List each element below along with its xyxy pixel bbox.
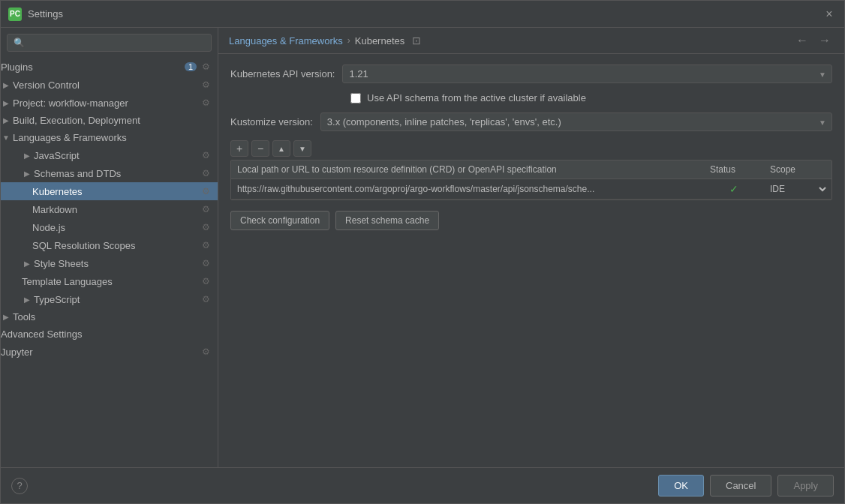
title-bar: PC Settings × (1, 1, 844, 28)
api-version-dropdown-wrapper: 1.21 ▼ (342, 64, 832, 83)
expand-arrow: ▶ (1, 80, 11, 90)
sidebar-item-label: TypeScript (34, 294, 200, 305)
apply-button[interactable]: Apply (777, 475, 834, 496)
table-row[interactable]: https://raw.githubusercontent.com/argopr… (231, 179, 831, 200)
dialog-body: Plugins 1 ⚙ ▶ Version Control ⚙ ▶ Projec… (1, 28, 844, 467)
sidebar-item-label: SQL Resolution Scopes (32, 240, 200, 251)
kustomize-dropdown[interactable]: 3.x (components, inline patches, 'replic… (320, 112, 832, 131)
sidebar-item-nodejs[interactable]: Node.js ⚙ (1, 218, 218, 236)
search-input[interactable] (7, 34, 212, 52)
sidebar-item-version-control[interactable]: ▶ Version Control ⚙ (1, 76, 218, 94)
gear-icon: ⚙ (200, 79, 212, 91)
remove-row-button[interactable]: − (251, 140, 269, 157)
breadcrumb-parent[interactable]: Languages & Frameworks (229, 35, 343, 46)
expand-arrow: ▶ (22, 294, 32, 304)
expand-arrow: ▶ (22, 258, 32, 268)
sidebar-item-label: Advanced Settings (1, 328, 212, 340)
main-content: Languages & Frameworks › Kubernetes ⊡ ← … (218, 28, 844, 467)
action-buttons: Check configuration Reset schema cache (230, 211, 832, 230)
kustomize-dropdown-wrapper: 3.x (components, inline patches, 'replic… (320, 112, 832, 131)
expand-arrow: ▶ (1, 116, 11, 126)
app-icon: PC (8, 8, 22, 21)
sidebar-item-label: Build, Execution, Deployment (13, 115, 212, 126)
sidebar-item-schemas[interactable]: ▶ Schemas and DTDs ⚙ (1, 164, 218, 182)
sidebar-item-label: Tools (13, 311, 212, 322)
row-scope[interactable]: IDE Project (764, 179, 831, 199)
settings-dialog: PC Settings × Plugins 1 ⚙ ▶ Version Cont… (0, 0, 845, 504)
sidebar-item-javascript[interactable]: ▶ JavaScript ⚙ (1, 146, 218, 164)
sidebar: Plugins 1 ⚙ ▶ Version Control ⚙ ▶ Projec… (1, 28, 218, 467)
expand-arrow: ▶ (1, 312, 11, 322)
back-button[interactable]: ← (793, 34, 811, 47)
col-scope-header: Scope (764, 160, 831, 178)
dialog-title: Settings (28, 8, 822, 20)
sidebar-item-sql[interactable]: SQL Resolution Scopes ⚙ (1, 236, 218, 254)
help-button[interactable]: ? (11, 478, 28, 494)
sidebar-item-template-languages[interactable]: Template Languages ⚙ (1, 272, 218, 290)
breadcrumb-current: Kubernetes (355, 35, 405, 46)
table-toolbar: + − ▲ ▼ (230, 140, 832, 157)
row-path: https://raw.githubusercontent.com/argopr… (231, 180, 704, 198)
sidebar-item-typescript[interactable]: ▶ TypeScript ⚙ (1, 290, 218, 308)
sidebar-item-label: Schemas and DTDs (34, 168, 200, 179)
cancel-button[interactable]: Cancel (710, 475, 771, 496)
api-schema-checkbox[interactable] (350, 93, 361, 104)
sidebar-item-kubernetes[interactable]: Kubernetes ⚙ (1, 182, 218, 200)
sidebar-item-label: Template Languages (22, 276, 200, 287)
sidebar-item-label: Node.js (32, 222, 200, 233)
gear-icon: ⚙ (200, 293, 212, 305)
sidebar-item-project[interactable]: ▶ Project: workflow-manager ⚙ (1, 94, 218, 112)
gear-icon: ⚙ (200, 97, 212, 109)
kustomize-label: Kustomize version: (230, 116, 313, 128)
sidebar-item-build[interactable]: ▶ Build, Execution, Deployment (1, 112, 218, 129)
sidebar-item-label: Jupyter (1, 346, 200, 358)
sidebar-item-jupyter[interactable]: Jupyter ⚙ (1, 343, 218, 361)
scope-select[interactable]: IDE Project (767, 183, 828, 195)
sidebar-item-stylesheets[interactable]: ▶ Style Sheets ⚙ (1, 254, 218, 272)
status-check-icon: ✓ (729, 183, 738, 195)
api-version-row: Kubernetes API version: 1.21 ▼ (230, 64, 832, 83)
expand-arrow: ▶ (1, 98, 11, 108)
sidebar-item-markdown[interactable]: Markdown ⚙ (1, 200, 218, 218)
row-status: ✓ (704, 179, 764, 199)
gear-icon: ⚙ (200, 275, 212, 287)
col-path-header: Local path or URL to custom resource def… (231, 160, 704, 178)
breadcrumb-bar: Languages & Frameworks › Kubernetes ⊡ ← … (218, 28, 844, 54)
gear-icon: ⚙ (200, 221, 212, 233)
col-status-header: Status (704, 160, 764, 178)
move-up-button[interactable]: ▲ (272, 140, 290, 157)
reset-schema-cache-button[interactable]: Reset schema cache (335, 211, 439, 230)
move-down-button[interactable]: ▼ (293, 140, 311, 157)
expand-arrow: ▶ (22, 168, 32, 178)
sidebar-item-label: Project: workflow-manager (13, 98, 200, 109)
expand-arrow: ▶ (22, 150, 32, 160)
table-header: Local path or URL to custom resource def… (231, 160, 831, 179)
ok-button[interactable]: OK (658, 475, 704, 496)
content-area: Kubernetes API version: 1.21 ▼ Use API s… (218, 54, 844, 467)
crd-table: Local path or URL to custom resource def… (230, 160, 832, 200)
sidebar-item-advanced-settings[interactable]: Advanced Settings (1, 326, 218, 343)
gear-icon: ⚙ (200, 239, 212, 251)
forward-button[interactable]: → (816, 34, 834, 47)
breadcrumb-separator: › (347, 35, 350, 46)
bottom-bar: ? OK Cancel Apply (1, 467, 844, 503)
gear-icon: ⚙ (200, 257, 212, 269)
sidebar-item-languages-frameworks[interactable]: ▼ Languages & Frameworks (1, 129, 218, 146)
sidebar-item-label: Plugins (1, 62, 185, 73)
sidebar-item-label: Languages & Frameworks (13, 132, 212, 143)
sidebar-item-tools[interactable]: ▶ Tools (1, 308, 218, 326)
gear-icon: ⚙ (200, 346, 212, 358)
sidebar-item-label: Style Sheets (34, 258, 200, 269)
kustomize-version-row: Kustomize version: 3.x (components, inli… (230, 112, 832, 131)
gear-icon: ⚙ (200, 185, 212, 197)
sidebar-item-label: Version Control (13, 80, 200, 91)
plugins-badge: 1 (185, 62, 197, 71)
add-row-button[interactable]: + (230, 140, 248, 157)
sidebar-item-plugins[interactable]: Plugins 1 ⚙ (1, 58, 218, 76)
sidebar-item-label: Markdown (32, 204, 200, 215)
sidebar-item-label: JavaScript (34, 150, 200, 161)
api-version-dropdown[interactable]: 1.21 (342, 64, 832, 83)
check-configuration-button[interactable]: Check configuration (230, 211, 329, 230)
sidebar-item-label: Kubernetes (32, 186, 200, 197)
close-button[interactable]: × (822, 7, 837, 22)
